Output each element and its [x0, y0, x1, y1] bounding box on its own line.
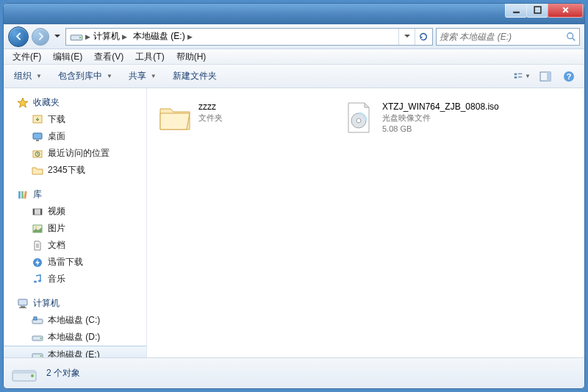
label: 本地磁盘 (C:): [48, 314, 100, 327]
sidebar-item-documents[interactable]: 文档: [4, 237, 146, 254]
refresh-icon: [418, 32, 429, 42]
file-name: zzzz: [198, 101, 223, 112]
sidebar-item-pictures[interactable]: 图片: [4, 220, 146, 237]
file-meta: XTZJ_WIN764_ZJB_0808.iso 光盘映像文件 5.08 GB: [382, 100, 499, 133]
search-icon[interactable]: [566, 32, 576, 42]
sidebar-item-music[interactable]: 音乐: [4, 271, 146, 288]
sidebar-item-drive-e[interactable]: 本地磁盘 (E:): [4, 346, 146, 357]
back-arrow-icon: [14, 32, 24, 41]
close-icon: [562, 6, 570, 14]
chevron-down-icon: ▼: [525, 73, 531, 79]
status-text: 2 个对象: [46, 367, 80, 379]
menu-edit[interactable]: 编辑(E): [47, 49, 88, 65]
folder-icon: [157, 100, 193, 135]
sidebar-item-drive-c[interactable]: 本地磁盘 (C:): [4, 312, 146, 329]
sidebar-item-recent[interactable]: 最近访问的位置: [4, 145, 146, 162]
libraries-header[interactable]: 库: [4, 186, 146, 203]
menu-tools[interactable]: 工具(T): [129, 49, 170, 65]
minimize-button[interactable]: [505, 3, 527, 18]
sidebar-favorites: 收藏夹 下载 桌面 最近访问的位置 2345下载: [4, 94, 146, 179]
video-icon: [32, 206, 43, 218]
forward-button[interactable]: [32, 28, 49, 46]
body-area: 收藏夹 下载 桌面 最近访问的位置 2345下载: [4, 88, 584, 357]
crumb-label: 本地磁盘 (E:): [133, 30, 185, 43]
breadcrumb-computer[interactable]: 计算机▶: [90, 29, 130, 44]
address-dropdown[interactable]: [398, 29, 415, 45]
include-library-button[interactable]: 包含到库中▼: [54, 67, 117, 85]
crumb-label: 计算机: [93, 30, 120, 43]
svg-rect-20: [21, 191, 24, 199]
label: 迅雷下载: [48, 256, 83, 268]
svg-text:?: ?: [567, 72, 572, 81]
help-button[interactable]: ?: [559, 68, 578, 85]
address-buttons: [398, 29, 431, 45]
file-meta: zzzz 文件夹: [198, 100, 223, 124]
svg-rect-16: [36, 140, 39, 141]
view-options-button[interactable]: ▼: [512, 68, 531, 85]
menu-help[interactable]: 帮助(H): [171, 49, 212, 65]
share-button[interactable]: 共享▼: [124, 67, 161, 85]
nav-history-dropdown[interactable]: [52, 35, 62, 38]
drive-large-icon: [11, 363, 37, 385]
file-name: XTZJ_WIN764_ZJB_0808.iso: [382, 101, 499, 112]
label: 收藏夹: [33, 96, 60, 109]
back-button[interactable]: [8, 26, 29, 47]
search-field[interactable]: [436, 28, 580, 46]
titlebar[interactable]: [4, 4, 584, 24]
chevron-right-icon: ▶: [187, 33, 193, 40]
breadcrumb-drive-e[interactable]: 本地磁盘 (E:)▶: [130, 29, 196, 44]
menu-view[interactable]: 查看(V): [88, 49, 129, 65]
label: 音乐: [48, 273, 65, 285]
recent-icon: [32, 148, 43, 160]
new-folder-button[interactable]: 新建文件夹: [168, 67, 221, 85]
sidebar-item-thunder[interactable]: 迅雷下载: [4, 254, 146, 271]
crumb-sep-icon[interactable]: ▶: [85, 33, 90, 40]
close-button[interactable]: [548, 3, 583, 18]
drive-icon: [70, 30, 83, 43]
svg-point-43: [356, 118, 361, 123]
sidebar-item-desktop[interactable]: 桌面: [4, 128, 146, 145]
toolbar-right: ▼ ?: [512, 68, 578, 85]
label: 2345下载: [48, 164, 85, 177]
drive-icon: [32, 332, 43, 343]
svg-rect-6: [514, 73, 517, 75]
address-bar[interactable]: ▶ 计算机▶ 本地磁盘 (E:)▶: [65, 28, 433, 46]
sidebar-libraries: 库 视频 图片 文档 迅雷下载: [4, 186, 146, 288]
refresh-button[interactable]: [415, 29, 431, 45]
label: 库: [33, 188, 42, 201]
sidebar-item-2345[interactable]: 2345下载: [4, 162, 146, 179]
sidebar-item-downloads[interactable]: 下载: [4, 111, 146, 128]
navigation-pane[interactable]: 收藏夹 下载 桌面 最近访问的位置 2345下载: [4, 88, 147, 357]
download-icon: [32, 114, 43, 126]
label: 下载: [48, 113, 65, 126]
chevron-down-icon: [404, 35, 410, 38]
svg-point-31: [34, 280, 37, 282]
sidebar-item-videos[interactable]: 视频: [4, 203, 146, 220]
preview-pane-button[interactable]: [536, 68, 555, 85]
navigation-bar: ▶ 计算机▶ 本地磁盘 (E:)▶: [4, 24, 584, 49]
file-item-folder[interactable]: zzzz 文件夹: [153, 97, 329, 138]
svg-point-45: [31, 374, 34, 377]
favorites-header[interactable]: 收藏夹: [4, 94, 146, 111]
computer-header[interactable]: 计算机: [4, 295, 146, 312]
label: 组织: [14, 70, 32, 82]
label: 图片: [48, 222, 65, 235]
search-input[interactable]: [440, 32, 566, 42]
forward-arrow-icon: [36, 32, 46, 41]
label: 本地磁盘 (D:): [48, 331, 100, 343]
drive-icon: [32, 349, 43, 358]
menu-file[interactable]: 文件(F): [7, 49, 47, 65]
maximize-button[interactable]: [526, 3, 548, 18]
file-item-iso[interactable]: XTZJ_WIN764_ZJB_0808.iso 光盘映像文件 5.08 GB: [337, 97, 513, 138]
label: 本地磁盘 (E:): [48, 349, 100, 357]
svg-rect-46: [12, 371, 36, 374]
file-list[interactable]: zzzz 文件夹 XTZJ_WIN764_ZJB_0808.iso: [147, 88, 584, 357]
documents-icon: [32, 240, 43, 252]
sidebar-item-drive-d[interactable]: 本地磁盘 (D:): [4, 329, 146, 346]
libraries-icon: [17, 189, 29, 201]
organize-button[interactable]: 组织▼: [10, 67, 46, 85]
chevron-right-icon: ▶: [122, 33, 127, 40]
view-icon: [513, 71, 523, 82]
label: 共享: [129, 70, 146, 82]
window-buttons: [506, 3, 583, 18]
